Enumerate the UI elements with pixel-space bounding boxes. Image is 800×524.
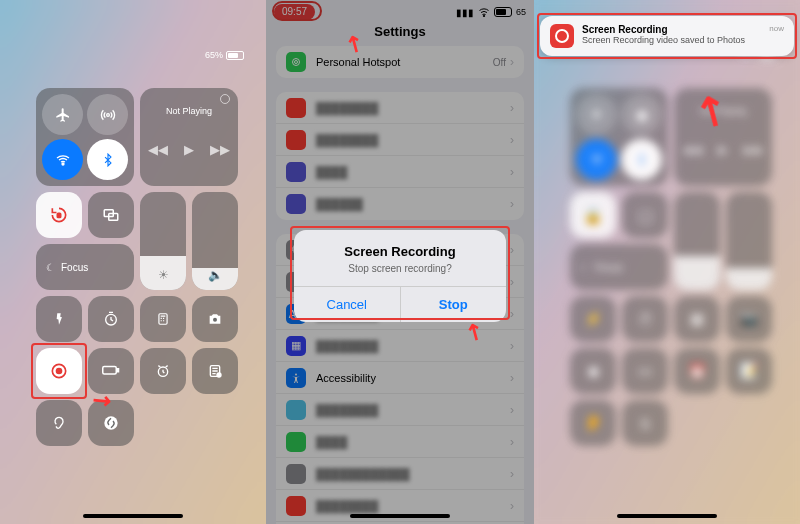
hearing-button[interactable] xyxy=(36,400,82,446)
flashlight-button[interactable] xyxy=(36,296,82,342)
screen-mirror-button[interactable] xyxy=(88,192,134,238)
svg-point-9 xyxy=(56,368,63,375)
svg-point-0 xyxy=(106,113,109,116)
connectivity-tile: ✈ ◉ ᚼ xyxy=(570,88,668,186)
hearing-button[interactable]: 👂 xyxy=(570,400,616,446)
notes-button[interactable] xyxy=(192,348,238,394)
camera-button[interactable]: 📷 xyxy=(726,296,772,342)
svg-rect-10 xyxy=(103,367,117,375)
connectivity-tile xyxy=(36,88,134,186)
svg-rect-11 xyxy=(117,369,119,372)
focus-label: Focus xyxy=(61,262,88,273)
media-tile[interactable]: Not Playing ◀◀▶▶▶ xyxy=(674,88,772,186)
wifi-toggle[interactable] xyxy=(576,139,617,180)
svg-point-14 xyxy=(217,373,221,377)
screen-record-button[interactable] xyxy=(36,348,82,394)
low-power-button[interactable] xyxy=(88,348,134,394)
orientation-lock-toggle[interactable] xyxy=(36,192,82,238)
prev-icon[interactable]: ◀◀ xyxy=(148,142,168,157)
notes-button[interactable]: 📝 xyxy=(726,348,772,394)
camera-button[interactable] xyxy=(192,296,238,342)
airplane-toggle[interactable] xyxy=(42,94,83,135)
svg-point-1 xyxy=(62,163,64,165)
bluetooth-toggle[interactable] xyxy=(87,139,128,180)
moon-icon: ☾ xyxy=(46,262,55,273)
record-app-icon xyxy=(550,24,574,48)
orientation-lock-toggle[interactable]: 🔒 xyxy=(570,192,616,238)
flashlight-button[interactable]: ⚡ xyxy=(570,296,616,342)
speaker-icon: 🔈 xyxy=(192,268,238,282)
media-title: Not Playing xyxy=(140,106,238,116)
svg-point-20 xyxy=(596,162,598,164)
svg-point-7 xyxy=(213,318,217,322)
alert-message: Stop screen recording? xyxy=(294,263,506,274)
notification-body: Screen Recording video saved to Photos xyxy=(582,35,761,45)
timer-button[interactable]: ⏱ xyxy=(622,296,668,342)
alarm-button[interactable]: ⏰ xyxy=(674,348,720,394)
cellular-toggle[interactable] xyxy=(87,94,128,135)
notification-title: Screen Recording xyxy=(582,24,761,35)
notification-time: now xyxy=(769,24,784,33)
wifi-toggle[interactable] xyxy=(42,139,83,180)
focus-button[interactable]: ☾ Focus xyxy=(36,244,134,290)
play-icon[interactable]: ▶ xyxy=(184,142,194,157)
svg-rect-2 xyxy=(57,213,60,217)
battery-icon xyxy=(226,51,244,60)
home-indicator[interactable] xyxy=(83,514,183,518)
bluetooth-toggle[interactable]: ᚼ xyxy=(621,139,662,180)
calculator-button[interactable]: ▦ xyxy=(674,296,720,342)
alarm-button[interactable] xyxy=(140,348,186,394)
brightness-slider[interactable]: ☀ xyxy=(140,192,186,290)
volume-slider[interactable] xyxy=(726,192,772,290)
sun-icon: ☀ xyxy=(140,268,186,282)
low-power-button[interactable]: ▭ xyxy=(622,348,668,394)
airplay-icon xyxy=(220,94,230,104)
cellular-toggle[interactable]: ◉ xyxy=(621,94,662,135)
next-icon[interactable]: ▶▶ xyxy=(210,142,230,157)
brightness-slider[interactable] xyxy=(674,192,720,290)
alert-title: Screen Recording xyxy=(294,244,506,259)
shazam-button[interactable] xyxy=(88,400,134,446)
screen-record-button[interactable]: ◉ xyxy=(570,348,616,394)
stop-button[interactable]: Stop xyxy=(400,287,507,322)
media-tile[interactable]: Not Playing ◀◀ ▶ ▶▶ xyxy=(140,88,238,186)
focus-button[interactable]: ☾Focus xyxy=(570,244,668,290)
airplane-toggle[interactable]: ✈ xyxy=(576,94,617,135)
battery-percent: 65% xyxy=(205,50,223,60)
screen-mirror-button[interactable]: ▢ xyxy=(622,192,668,238)
shazam-button[interactable]: S xyxy=(622,400,668,446)
panel-control-center: 65% xyxy=(0,0,266,524)
media-title: Not Playing xyxy=(674,106,772,116)
cancel-button[interactable]: Cancel xyxy=(294,287,400,322)
home-indicator[interactable] xyxy=(617,514,717,518)
screen-recording-notification[interactable]: Screen Recording Screen Recording video … xyxy=(540,16,794,56)
home-indicator[interactable] xyxy=(350,514,450,518)
calculator-button[interactable] xyxy=(140,296,186,342)
panel-settings-stop: 09:57 ▮▮▮ 65 Settings Personal xyxy=(266,0,534,524)
status-bar: 65% xyxy=(205,50,244,60)
timer-button[interactable] xyxy=(88,296,134,342)
volume-slider[interactable]: 🔈 xyxy=(192,192,238,290)
stop-recording-alert: Screen Recording Stop screen recording? … xyxy=(294,230,506,322)
panel-saved-notification: 65% ✈ ◉ ᚼ Not Playing ◀◀▶▶▶ 🔒 ▢ xyxy=(534,0,800,524)
